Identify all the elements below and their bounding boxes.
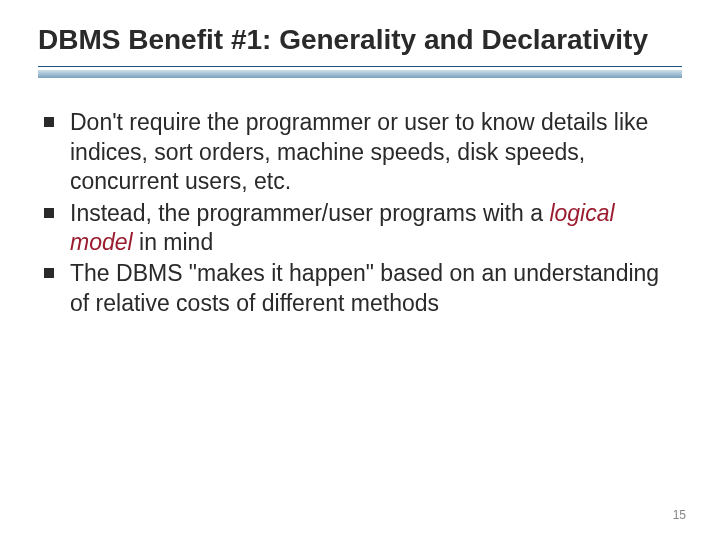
title-underline (38, 66, 682, 80)
list-item: Instead, the programmer/user programs wi… (40, 199, 682, 258)
slide-title: DBMS Benefit #1: Generality and Declarat… (38, 24, 682, 56)
underline-thin (38, 66, 682, 67)
slide: DBMS Benefit #1: Generality and Declarat… (0, 0, 720, 540)
square-bullet-icon (44, 117, 54, 127)
page-number: 15 (673, 508, 686, 522)
bullet-text: Instead, the programmer/user programs wi… (70, 199, 682, 258)
bullet-text: The DBMS "makes it happen" based on an u… (70, 259, 682, 318)
list-item: Don't require the programmer or user to … (40, 108, 682, 196)
bullet-list: Don't require the programmer or user to … (38, 108, 682, 318)
list-item: The DBMS "makes it happen" based on an u… (40, 259, 682, 318)
bullet-text-pre: Instead, the programmer/user programs wi… (70, 200, 549, 226)
underline-thick (38, 70, 682, 78)
bullet-text: Don't require the programmer or user to … (70, 108, 682, 196)
bullet-text-post: in mind (133, 229, 214, 255)
square-bullet-icon (44, 268, 54, 278)
square-bullet-icon (44, 208, 54, 218)
